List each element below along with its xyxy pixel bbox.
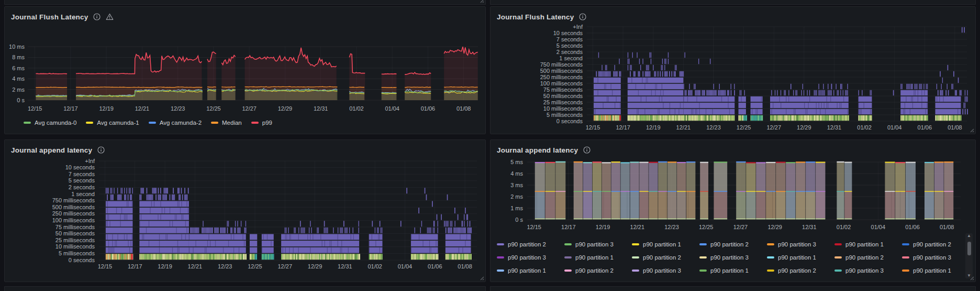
panel-resize-handle[interactable] [479,275,484,281]
legend-item[interactable]: p90 partition 2 [699,241,767,247]
legend-item[interactable]: p90 partition 1 [834,241,902,247]
info-icon[interactable] [579,13,586,20]
heatmap-cell-texture [159,247,160,253]
scroll-up-icon[interactable]: ▲ [967,233,971,239]
bar-top-accent [776,161,785,163]
legend-item[interactable]: Median [211,120,242,126]
legend-item[interactable]: p90 partition 1 [767,254,834,261]
bar-bottom-line [583,218,592,219]
legend-item[interactable]: p90 partition 1 [699,267,767,274]
legend-item[interactable]: p90 partition 2 [902,241,970,247]
scrollbar-thumb[interactable] [967,242,971,255]
heatmap-strip-cell [437,254,438,260]
bar-top-accent [796,161,805,163]
heatmap-cell-texture [695,109,696,114]
heatmap-cell-sparse [377,228,377,233]
legend-item[interactable]: p90 partition 3 [699,254,767,261]
heatmap-cell-sparse [685,52,685,58]
legend-item[interactable]: p90 partition 2 [564,267,632,274]
legend-swatch [149,122,156,124]
heatmap-cell-texture [129,247,130,253]
heatmap-cell-texture [158,214,158,220]
legend-item[interactable]: p90 partition 1 [497,267,564,274]
bar-top-accent [555,161,565,163]
legend-item[interactable]: p90 partition 3 [902,254,970,261]
heatmap-cell-texture [646,78,647,83]
panel-journal-append-latency-heatmap: Journal append latency +Inf10 seconds7 s… [4,139,486,282]
heatmap-cell-sparse [945,90,946,95]
heatmap-strip-cell [330,254,331,260]
legend-item[interactable]: p90 partition 1 [632,241,699,247]
legend-item[interactable]: p90 partition 3 [834,267,902,274]
legend-item[interactable]: p90 partition 3 [497,254,564,261]
append-latency-bar-chart[interactable]: 5 ms4 ms3 ms2 ms1 ms0 s12/1512/1712/1912… [495,157,965,234]
heatmap-strip-cell [195,254,196,260]
panel-title[interactable]: Journal Flush Latency [497,13,574,21]
legend-item[interactable]: Avg camunda-1 [86,120,139,126]
bar-mid-accent [796,191,805,192]
heatmap-strip-cell [199,254,200,260]
legend-item[interactable]: p90 partition 3 [632,267,699,274]
panel-title[interactable]: Journal append latency [497,146,578,154]
panel-resize-handle[interactable] [479,0,484,3]
heatmap-strip-cell [860,115,861,121]
legend-item[interactable]: p90 partition 1 [902,267,970,274]
info-icon[interactable] [97,146,105,154]
heatmap-cell-texture [870,109,871,114]
heatmap-strip-cell [689,115,691,121]
panel-title[interactable]: Journal Flush Latency [11,13,88,21]
bar-top-accent [806,161,815,163]
legend-item[interactable]: p90 partition 1 [564,254,632,261]
legend-item[interactable]: Avg camunda-2 [149,120,202,126]
heatmap-cell-sparse [182,195,183,200]
flush-latency-heatmap-chart[interactable]: +Inf10 seconds7 seconds5 seconds2 second… [495,24,972,133]
heatmap-strip-cell [464,254,465,260]
heatmap-cell-sparse [777,90,777,95]
heatmap-cell-texture [696,96,697,102]
legend-item[interactable]: p90 partition 2 [767,267,834,274]
heatmap-cell-sparse [901,84,902,89]
bar-upper-segment [535,163,545,192]
legend-item[interactable]: p90 partition 3 [767,241,834,247]
heatmap-cell-sparse [203,221,203,227]
panel-journal-flush-latency-heatmap: Journal Flush Latency +Inf10 seconds7 se… [490,6,976,134]
heatmap-cell-sparse [909,84,909,89]
bar-bottom-line [649,218,658,219]
legend-item[interactable]: p90 partition 2 [834,254,902,261]
heatmap-cell-sparse [220,228,221,233]
legend-item[interactable]: p90 partition 3 [564,241,632,247]
bar-upper-segment [686,163,695,192]
legend-scrollbar[interactable]: ▲ ▼ [965,233,973,278]
panel-resize-handle[interactable] [969,127,974,133]
heatmap-cell-sparse [304,228,305,233]
heatmap-strip-cell [705,115,706,121]
heatmap-cell-texture [827,96,827,102]
flush-latency-line-chart[interactable]: 10 ms8 ms6 ms4 ms2 ms0 s12/1512/1712/191… [9,24,482,114]
heatmap-strip-cell [668,115,669,121]
heatmap-cell-texture [164,208,165,213]
panel-title[interactable]: Journal append latency [11,146,92,154]
panel-resize-handle[interactable] [969,275,974,281]
info-icon[interactable] [93,13,101,20]
heatmap-cell-sparse [718,90,719,95]
heatmap-cell-sparse [711,90,712,95]
heatmap-cell-texture [603,103,603,108]
heatmap-cell-texture [594,109,594,114]
bar-texture [666,191,666,218]
legend-item[interactable]: p99 [251,120,272,126]
legend-item[interactable]: p90 partition 2 [497,241,564,247]
warning-icon[interactable] [106,13,114,20]
heatmap-cell-sparse [204,228,205,233]
legend-item[interactable]: p90 partition 2 [632,254,699,261]
heatmap-cell-sparse [676,65,676,70]
heatmap-cell-texture [351,234,351,240]
heatmap-cell-texture [167,234,168,240]
info-icon[interactable] [583,146,591,154]
heatmap-cell-sparse [654,71,655,77]
heatmap-cell-sparse [833,90,834,95]
heatmap-cell-sparse [120,195,121,200]
heatmap-cell-texture [924,90,925,95]
bar-bottom-line [895,218,905,219]
append-latency-heatmap-chart[interactable]: +Inf10 seconds7 seconds5 seconds2 second… [9,157,482,276]
legend-item[interactable]: Avg camunda-0 [24,120,76,126]
